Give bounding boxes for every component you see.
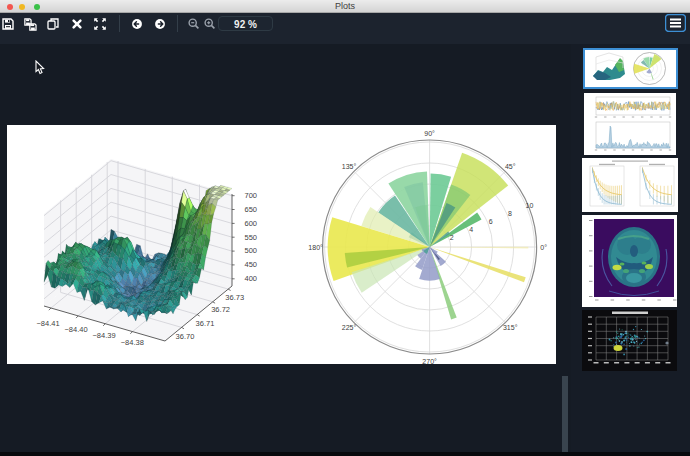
svg-text:−84.41: −84.41 — [36, 319, 59, 328]
svg-text:45°: 45° — [505, 163, 516, 170]
svg-text:180°: 180° — [308, 244, 323, 251]
svg-text:10: 10 — [526, 202, 534, 209]
svg-text:550: 550 — [245, 233, 258, 242]
svg-text:0°: 0° — [540, 244, 547, 251]
svg-text:36.72: 36.72 — [211, 305, 230, 314]
svg-text:315°: 315° — [503, 324, 518, 331]
svg-text:−84.38: −84.38 — [121, 338, 144, 347]
svg-text:400: 400 — [245, 274, 258, 283]
svg-text:−84.39: −84.39 — [92, 331, 115, 340]
svg-text:36.70: 36.70 — [176, 332, 195, 341]
svg-text:36.71: 36.71 — [196, 319, 215, 328]
svg-text:650: 650 — [245, 205, 258, 214]
svg-text:600: 600 — [245, 219, 258, 228]
svg-text:−84.40: −84.40 — [64, 325, 87, 334]
svg-text:270°: 270° — [422, 358, 437, 365]
svg-text:135°: 135° — [342, 163, 357, 170]
svg-text:700: 700 — [245, 191, 258, 200]
svg-text:450: 450 — [245, 260, 258, 269]
svg-text:225°: 225° — [342, 324, 357, 331]
svg-text:8: 8 — [508, 210, 512, 217]
svg-text:2: 2 — [450, 234, 454, 241]
svg-text:4: 4 — [469, 226, 473, 233]
svg-text:500: 500 — [245, 246, 258, 255]
svg-text:36.73: 36.73 — [225, 293, 244, 302]
svg-text:6: 6 — [489, 218, 493, 225]
svg-text:90°: 90° — [424, 130, 435, 137]
